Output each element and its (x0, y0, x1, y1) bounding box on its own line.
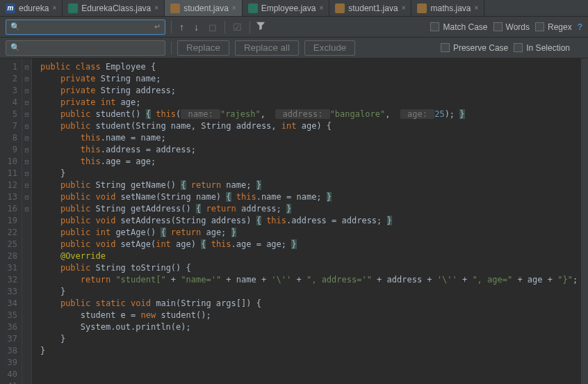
search-icon: 🔍 (10, 22, 20, 31)
tab-maths[interactable]: maths.java× (411, 0, 484, 16)
preserve-case-checkbox[interactable]: Preserve Case (441, 43, 508, 53)
enter-icon: ↵ (154, 22, 161, 31)
replace-input[interactable] (23, 43, 161, 53)
tab-label: edureka (19, 3, 49, 13)
checkbox-label: Match Case (443, 22, 487, 32)
tab-label: student1.java (348, 3, 398, 13)
tab-label: maths.java (430, 3, 471, 13)
checkbox-label: Regex (548, 22, 572, 32)
vertical-scrollbar[interactable] (581, 58, 588, 384)
separator (171, 42, 172, 54)
next-match-icon[interactable]: ↓ (192, 22, 201, 33)
fold-column[interactable]: ⊟⊟⊟⊟⊟⊟⊟⊟⊟⊟⊟⊟⊟ (22, 58, 32, 384)
editor-tabs: medureka× EdurekaClass.java× student.jav… (0, 0, 588, 17)
tab-label: Employee.java (261, 3, 316, 13)
checkbox-icon (430, 22, 439, 31)
close-icon[interactable]: × (232, 4, 236, 12)
close-icon[interactable]: × (402, 4, 406, 12)
match-case-checkbox[interactable]: Match Case (430, 22, 487, 32)
checkbox-icon (493, 22, 503, 31)
close-icon[interactable]: × (154, 4, 158, 12)
select-all-icon[interactable]: ☑ (231, 22, 244, 33)
replace-all-button[interactable]: Replace all (235, 40, 299, 56)
code-area[interactable]: public class Employee { private String n… (32, 58, 581, 384)
words-checkbox[interactable]: Words (493, 22, 530, 32)
search-icon: 🔍 (10, 43, 20, 52)
line-number-gutter: 1234578910111213161922252831323334353637… (0, 58, 22, 384)
close-icon[interactable]: × (52, 4, 56, 12)
replace-field[interactable]: 🔍 (6, 40, 165, 56)
checkbox-icon (441, 43, 450, 52)
regex-checkbox[interactable]: Regex (535, 22, 572, 32)
tab-edurekaclass[interactable]: EdurekaClass.java× (63, 0, 165, 16)
checkbox-label: In Selection (526, 43, 570, 53)
checkbox-label: Words (506, 22, 530, 32)
prev-match-icon[interactable]: ↑ (177, 22, 186, 33)
replace-toolbar: 🔍 Replace Replace all Exclude Preserve C… (0, 38, 588, 58)
tab-employee[interactable]: Employee.java× (243, 0, 330, 16)
checkbox-icon (535, 22, 544, 31)
add-selection-icon[interactable]: ◻ (206, 22, 219, 33)
find-field[interactable]: 🔍↵ (6, 19, 165, 35)
checkbox-icon (514, 43, 523, 52)
java-icon (170, 3, 180, 13)
close-icon[interactable]: × (319, 4, 323, 12)
ide-window[interactable]: medureka× EdurekaClass.java× student.jav… (0, 0, 588, 384)
tab-student[interactable]: student.java× (165, 0, 243, 16)
tab-edureka[interactable]: medureka× (0, 0, 63, 16)
separator (250, 21, 250, 33)
tab-student1[interactable]: student1.java× (329, 0, 411, 16)
replace-button[interactable]: Replace (177, 40, 229, 56)
filter-icon[interactable] (256, 21, 266, 33)
checkbox-label: Preserve Case (453, 43, 508, 53)
module-icon: m (6, 3, 15, 13)
separator (171, 21, 172, 33)
exclude-button[interactable]: Exclude (304, 40, 355, 56)
in-selection-checkbox[interactable]: In Selection (514, 43, 570, 53)
tab-label: student.java (183, 3, 229, 13)
separator (224, 21, 225, 33)
class-icon (68, 3, 78, 13)
help-icon[interactable]: ? (578, 22, 582, 32)
find-input[interactable] (23, 22, 154, 32)
find-toolbar: 🔍↵ ↑ ↓ ◻ ☑ Match Case Words Regex ? (0, 17, 588, 38)
close-icon[interactable]: × (475, 4, 479, 12)
java-icon (335, 3, 345, 13)
class-icon (248, 3, 258, 13)
code-editor[interactable]: 1234578910111213161922252831323334353637… (0, 58, 588, 384)
tab-label: EdurekaClass.java (81, 3, 151, 13)
java-icon (417, 3, 427, 13)
